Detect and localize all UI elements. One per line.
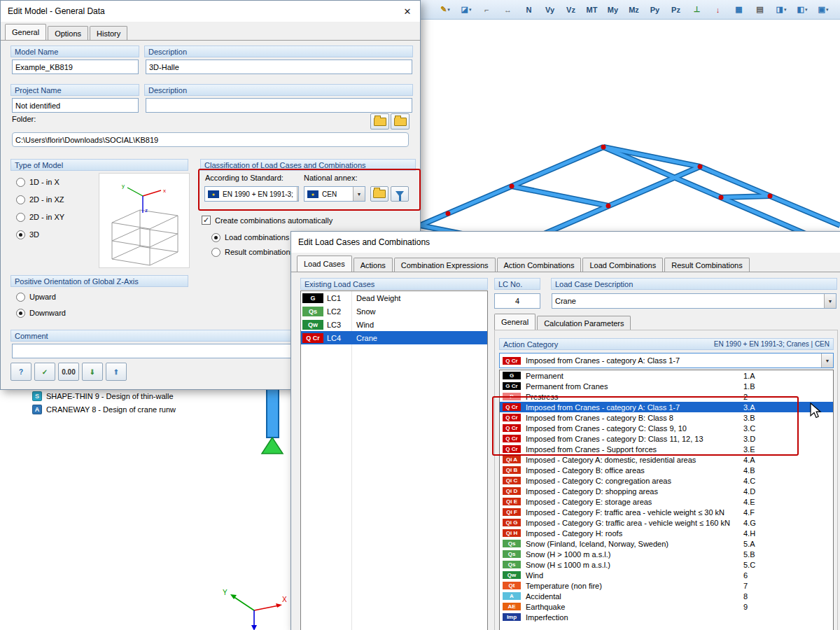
category-option[interactable]: Qi C Imposed - Category C: congregation … bbox=[500, 475, 833, 486]
category-option[interactable]: Q Cr Imposed from Cranes - category D: C… bbox=[500, 433, 833, 444]
create-combinations-checkbox[interactable] bbox=[202, 216, 211, 225]
annex-combo[interactable]: ★ CEN ▼ bbox=[304, 186, 365, 202]
tables-button[interactable]: ▦ bbox=[729, 1, 749, 18]
category-option[interactable]: Qs Snow (Finland, Iceland, Norway, Swede… bbox=[500, 538, 833, 549]
category-option[interactable]: Qs Snow (H > 1000 m a.s.l.) 5.B bbox=[500, 549, 833, 559]
monitor-dropdown[interactable]: ▣▾ bbox=[813, 1, 833, 18]
create-combinations-row[interactable]: Create combinations automatically bbox=[202, 216, 332, 225]
dimension-button[interactable]: ↔ bbox=[498, 1, 518, 18]
load-case-description-combo[interactable]: Crane ▼ bbox=[552, 293, 836, 309]
loads-button[interactable]: ↓ bbox=[708, 1, 728, 18]
load-case-row[interactable]: G LC1 Dead Weight bbox=[301, 291, 487, 304]
category-option[interactable]: Qi D Imposed - Category D: shopping area… bbox=[500, 486, 833, 496]
category-option[interactable]: Q Cr Imposed from Cranes - Support force… bbox=[500, 444, 833, 454]
sub-tab[interactable]: General bbox=[494, 314, 536, 330]
category-option[interactable]: Qi B Imposed - Category B: office areas … bbox=[500, 465, 833, 475]
category-option[interactable]: A Accidental 8 bbox=[500, 591, 833, 601]
dialog-buttons: ? ✓ 0.00 ⇓ ⇑ bbox=[10, 363, 130, 381]
sub-tab[interactable]: Calculation Parameters bbox=[537, 316, 631, 330]
dialog-title-bar: Edit Model - General Data bbox=[1, 1, 420, 22]
project-description-field[interactable] bbox=[146, 98, 412, 113]
dialog-tab[interactable]: General bbox=[5, 24, 46, 41]
standard-combo[interactable]: ★ EN 1990 + EN 1991-3; ▼ bbox=[204, 186, 299, 202]
lc-no-field[interactable] bbox=[494, 293, 540, 309]
dialog-tab[interactable]: Load Cases bbox=[297, 255, 352, 272]
project-name-field[interactable] bbox=[12, 98, 139, 113]
model-description-field[interactable] bbox=[146, 59, 412, 74]
guide-object-button[interactable]: ⌐ bbox=[477, 1, 497, 18]
svg-text:x: x bbox=[163, 188, 166, 194]
category-option[interactable]: Qi A Imposed - Category A: domestic, res… bbox=[500, 454, 833, 465]
force-n-button[interactable]: N bbox=[519, 1, 539, 18]
force-pz-button[interactable]: Pz bbox=[666, 1, 686, 18]
dialog-tab[interactable]: Load Combinations bbox=[582, 258, 663, 272]
category-option[interactable]: AE Earthquake 9 bbox=[500, 601, 833, 612]
category-option[interactable]: Qw Wind 6 bbox=[500, 570, 833, 580]
printout-report-button[interactable]: ▤ bbox=[750, 1, 770, 18]
force-vy-button[interactable]: Vy bbox=[540, 1, 560, 18]
category-option[interactable]: G Cr Permanent from Cranes 1.B bbox=[500, 381, 833, 391]
module-craneway[interactable]: A CRANEWAY 8 - Design of crane runw bbox=[32, 402, 287, 416]
load-case-row[interactable]: Q Cr LC4 Crane bbox=[301, 331, 487, 344]
combination-option[interactable]: Load combinations bbox=[211, 232, 294, 243]
combination-option[interactable]: Result combinations bbox=[211, 246, 294, 258]
supports-button[interactable]: ⊥ bbox=[687, 1, 707, 18]
annex-settings-button[interactable] bbox=[370, 186, 388, 202]
load-case-row[interactable]: Qs LC2 Snow bbox=[301, 304, 487, 318]
folder-path-field[interactable] bbox=[12, 132, 409, 147]
edit-tool-dropdown[interactable]: ✎▾ bbox=[435, 1, 455, 18]
category-option[interactable]: Q Cr Imposed from Cranes - category B: C… bbox=[500, 412, 833, 423]
category-code: 4.H bbox=[743, 529, 755, 538]
type-option[interactable]: 1D - in X bbox=[16, 176, 64, 188]
z-axis-option[interactable]: Downward bbox=[16, 307, 66, 318]
load-case-row[interactable]: Qw LC3 Wind bbox=[301, 318, 487, 331]
category-option[interactable]: Qt Temperature (non fire) 7 bbox=[500, 580, 833, 591]
category-option[interactable]: Qi E Imposed - Category E: storage areas… bbox=[500, 496, 833, 507]
check-settings-button[interactable]: ✓ bbox=[34, 363, 55, 381]
type-option-label: 2D - in XY bbox=[29, 213, 64, 221]
display-panel-dropdown[interactable]: ◨▾ bbox=[771, 1, 791, 18]
dialog-tab[interactable]: Result Combinations bbox=[664, 258, 750, 272]
force-vz-button[interactable]: Vz bbox=[561, 1, 581, 18]
close-icon[interactable]: ✕ bbox=[397, 3, 418, 20]
display-panel2-dropdown[interactable]: ◧▾ bbox=[792, 1, 812, 18]
type-option[interactable]: 2D - in XY bbox=[16, 211, 64, 223]
force-my-button[interactable]: My bbox=[603, 1, 623, 18]
module-shape-thin[interactable]: S SHAPE-THIN 9 - Design of thin-walle bbox=[32, 389, 287, 402]
category-option[interactable]: P Prestress 2 bbox=[500, 391, 833, 402]
dialog-title-bar: Edit Load Cases and Combinations bbox=[291, 232, 840, 253]
type-option[interactable]: 3D bbox=[16, 229, 64, 240]
z-axis-option[interactable]: Upward bbox=[16, 291, 66, 302]
dialog-tab[interactable]: History bbox=[90, 26, 127, 41]
force-py-button[interactable]: Py bbox=[645, 1, 665, 18]
dialog-tab[interactable]: Combination Expressions bbox=[394, 258, 496, 272]
category-option[interactable]: Qi H Imposed - Category H: roofs 4.H bbox=[500, 528, 833, 538]
category-option[interactable]: Q Cr Imposed from Cranes - category A: C… bbox=[500, 402, 833, 412]
category-option[interactable]: Imp Imperfection bbox=[500, 612, 833, 622]
project-manager-button[interactable] bbox=[370, 113, 389, 130]
category-option[interactable]: Qi G Imposed - Category G: traffic area … bbox=[500, 517, 833, 528]
category-badge: Qi A bbox=[503, 456, 521, 463]
category-option[interactable]: G Permanent 1.A bbox=[500, 370, 833, 381]
import-settings-button[interactable]: ⇓ bbox=[82, 363, 103, 381]
model-name-field[interactable] bbox=[12, 59, 139, 74]
dialog-tab[interactable]: Action Combinations bbox=[497, 258, 582, 272]
category-option[interactable]: Qi F Imposed - Category F: traffic area … bbox=[500, 507, 833, 517]
dialog-tab[interactable]: Actions bbox=[354, 258, 393, 272]
force-mz-button[interactable]: Mz bbox=[624, 1, 644, 18]
filter-button[interactable] bbox=[391, 186, 409, 202]
render-mode-dropdown[interactable]: ◪▾ bbox=[456, 1, 476, 18]
save-folder-button[interactable] bbox=[391, 113, 410, 130]
category-option[interactable]: Qs Snow (H ≤ 1000 m a.s.l.) 5.C bbox=[500, 559, 833, 570]
z-axis-option-label: Upward bbox=[29, 293, 56, 301]
radio-icon bbox=[16, 293, 25, 302]
type-option[interactable]: 2D - in XZ bbox=[16, 194, 64, 205]
category-code: 3.B bbox=[743, 414, 755, 422]
export-settings-button[interactable]: ⇑ bbox=[106, 363, 127, 381]
force-mt-button[interactable]: MT bbox=[582, 1, 602, 18]
help-button[interactable]: ? bbox=[10, 363, 31, 381]
action-category-combo[interactable]: Q Cr Imposed from Cranes - category A: C… bbox=[499, 353, 834, 368]
category-option[interactable]: Q Cr Imposed from Cranes - category C: C… bbox=[500, 423, 833, 433]
decimal-places-button[interactable]: 0.00 bbox=[58, 363, 79, 381]
dialog-tab[interactable]: Options bbox=[48, 26, 88, 41]
